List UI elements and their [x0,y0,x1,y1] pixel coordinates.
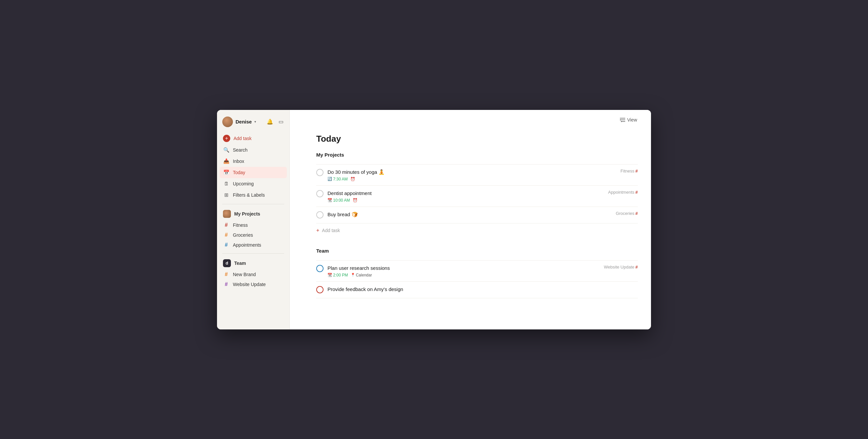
task-4-checkbox[interactable] [316,265,323,272]
task-4-project[interactable]: Website Update # [604,265,638,269]
my-projects-title: My Projects [234,211,260,216]
task-2-time: 📆 10:00 AM [328,198,350,203]
sidebar-item-groceries[interactable]: # Groceries [220,230,287,240]
sidebar-item-inbox-label: Inbox [233,158,244,164]
task-4-project-hash: # [636,265,638,269]
new-brand-label: New Brand [233,272,256,277]
my-projects-task-section: My Projects Do 30 minutes of yoga 🧘 🔄 7:… [316,152,638,237]
add-task-row[interactable]: + Add task [316,224,638,237]
sidebar-header: Denise ▾ 🔔 ▭ [217,117,289,133]
hash-icon-groceries: # [223,232,229,238]
task-4-title: Plan user research sessions [328,265,600,271]
svg-point-4 [621,121,622,122]
hash-icon-new-brand: # [223,271,229,277]
hash-icon-fitness: # [223,222,229,228]
task-1-checkbox[interactable] [316,169,323,176]
inbox-icon: 📥 [223,158,229,165]
hash-icon-website-update: # [223,282,229,287]
alarm-icon-2: ⏰ [352,198,358,203]
my-projects-task-list: Do 30 minutes of yoga 🧘 🔄 7:30 AM ⏰ Fitn… [316,164,638,224]
add-task-plus-icon: + [316,228,319,233]
sidebar-item-search[interactable]: 🔍 Search [220,144,287,155]
task-2-project-hash: # [636,190,638,195]
my-projects-header: My Projects [220,208,287,220]
divider-1 [222,204,284,204]
notification-bell-button[interactable]: 🔔 [266,118,274,125]
location-icon: 📍 [351,273,355,277]
main-header: View [290,110,651,127]
task-3-checkbox[interactable] [316,211,323,218]
task-4-location: 📍 Calendar [351,273,372,277]
layout-toggle-button[interactable]: ▭ [278,118,284,125]
search-icon: 🔍 [223,147,229,153]
today-calendar-icon: 📅 [223,169,229,176]
recurring-icon: 🔄 [328,177,332,181]
task-1-project-hash: # [636,169,638,174]
upcoming-calendar-icon: 🗓 [223,180,229,187]
groceries-label: Groceries [233,232,253,238]
task-2-content: Dentist appointment 📆 10:00 AM ⏰ [328,190,604,203]
task-5-content: Provide feedback on Amy's design [328,286,638,294]
task-3-project-hash: # [636,211,638,216]
user-info[interactable]: Denise ▾ [222,117,256,127]
task-2-checkbox[interactable] [316,190,323,197]
my-projects-section: My Projects # Fitness # Groceries # Appo… [217,208,289,250]
sidebar-item-today[interactable]: 📅 Today [220,167,287,178]
table-row: Do 30 minutes of yoga 🧘 🔄 7:30 AM ⏰ Fitn… [316,165,638,186]
team-section: d Team # New Brand # Website Update [217,257,289,289]
my-projects-section-title: My Projects [316,152,638,160]
my-projects-avatar [223,210,231,218]
task-4-content: Plan user research sessions 📆 2:00 PM 📍 … [328,265,600,277]
main-body: Today My Projects Do 30 minutes of yoga … [290,127,651,329]
task-1-content: Do 30 minutes of yoga 🧘 🔄 7:30 AM ⏰ [328,169,617,181]
sidebar-item-appointments[interactable]: # Appointments [220,240,287,250]
team-section-title: Team [316,248,638,256]
sidebar-item-fitness[interactable]: # Fitness [220,220,287,230]
task-3-content: Buy bread 🍞 [328,211,612,219]
hash-icon-appointments: # [223,242,229,248]
sidebar-item-website-update[interactable]: # Website Update [220,280,287,289]
task-1-project[interactable]: Fitness # [621,169,638,174]
alarm-icon-1: ⏰ [350,177,355,181]
calendar-icon-4: 📆 [328,273,332,277]
add-task-label: Add task [234,136,251,141]
sidebar-item-upcoming[interactable]: 🗓 Upcoming [220,178,287,189]
calendar-icon-2: 📆 [328,198,332,202]
add-task-button[interactable]: + Add task [220,133,287,144]
table-row: Plan user research sessions 📆 2:00 PM 📍 … [316,261,638,282]
task-4-meta: 📆 2:00 PM 📍 Calendar [328,273,600,277]
header-icons: 🔔 ▭ [266,118,284,125]
table-row: Dentist appointment 📆 10:00 AM ⏰ Appoint… [316,186,638,207]
team-task-list: Plan user research sessions 📆 2:00 PM 📍 … [316,260,638,298]
main-content: View Today My Projects Do 30 minutes of … [290,110,651,329]
grid-icon: ⊞ [223,192,229,198]
team-avatar: d [223,259,231,267]
appointments-label: Appointments [233,242,261,247]
task-3-project[interactable]: Groceries # [616,211,638,216]
task-3-title: Buy bread 🍞 [328,211,612,218]
view-button[interactable]: View [617,115,641,124]
app-window: Denise ▾ 🔔 ▭ + Add task 🔍 Search 📥 Inbox [217,110,651,329]
chevron-down-icon: ▾ [254,120,256,123]
task-5-checkbox[interactable] [316,286,323,293]
website-update-label: Website Update [233,282,266,287]
sidebar-item-filters-labels[interactable]: ⊞ Filters & Labels [220,189,287,201]
task-5-title: Provide feedback on Amy's design [328,286,638,293]
fitness-label: Fitness [233,223,248,228]
team-header: d Team [220,257,287,269]
sidebar-item-new-brand[interactable]: # New Brand [220,269,287,280]
table-row: Provide feedback on Amy's design [316,282,638,298]
avatar [222,117,233,127]
sidebar-item-today-label: Today [233,170,245,175]
add-task-row-label: Add task [322,228,340,233]
team-title: Team [234,261,246,266]
task-1-title: Do 30 minutes of yoga 🧘 [328,169,617,175]
task-2-project[interactable]: Appointments # [608,190,638,195]
nav-section: + Add task 🔍 Search 📥 Inbox 📅 Today 🗓 Up… [217,133,289,201]
sidebar-item-upcoming-label: Upcoming [233,181,254,186]
sidebar-item-inbox[interactable]: 📥 Inbox [220,155,287,167]
task-1-time: 🔄 7:30 AM [328,177,348,181]
task-2-meta: 📆 10:00 AM ⏰ [328,198,604,203]
task-4-time: 📆 2:00 PM [328,273,348,277]
username: Denise [236,119,252,124]
